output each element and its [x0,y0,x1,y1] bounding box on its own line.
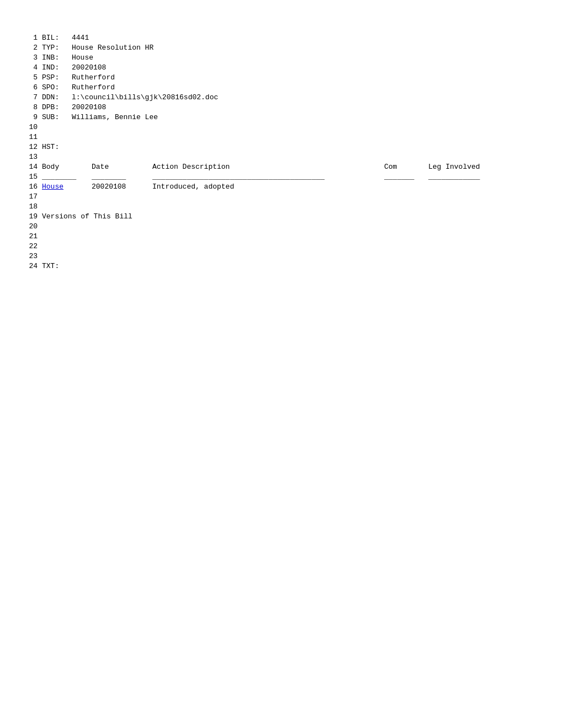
label-typ: TYP: [42,43,70,53]
line-num-22: 22 [22,242,38,251]
line-content-7: DDN: l:\council\bills\gjk\20816sd02.doc [42,93,218,103]
line-num-16: 16 [22,182,38,192]
col-divider-com: _______ [384,172,428,182]
label-ind: IND: [42,63,70,73]
line-20: 20 [22,222,541,232]
line-num-15: 15 [22,172,38,182]
line-content-6: SPO: Rutherford [42,83,115,93]
value-dpb: 20020108 [72,103,106,113]
line-num-8: 8 [22,103,38,113]
line-num-11: 11 [22,132,38,142]
label-bil: BIL: [42,33,70,43]
house-link[interactable]: House [42,183,63,191]
line-1: 1 BIL: 4441 [22,33,541,43]
label-psp: PSP: [42,73,70,83]
line-7: 7 DDN: l:\council\bills\gjk\20816sd02.do… [22,93,541,103]
line-18: 18 [22,202,541,212]
line-2: 2 TYP: House Resolution HR [22,43,541,53]
line-13: 13 [22,152,541,162]
line-23: 23 [22,251,541,261]
line-content-24: TXT: [42,261,72,271]
line-19: 19 Versions of This Bill [22,212,541,222]
line-num-1: 1 [22,33,38,43]
line-num-18: 18 [22,202,38,212]
line-num-20: 20 [22,222,38,232]
line-num-2: 2 [22,43,38,53]
col-header-body: Body [42,162,92,172]
col-divider-date: ________ [92,172,152,182]
line-6: 6 SPO: Rutherford [22,83,541,93]
value-ddn: l:\council\bills\gjk\20816sd02.doc [72,93,218,103]
line-num-24: 24 [22,261,38,271]
line-content-8: DPB: 20020108 [42,103,106,113]
col-header-date: Date [92,162,152,172]
line-num-9: 9 [22,113,38,122]
line-num-17: 17 [22,192,38,202]
line-content-1: BIL: 4441 [42,33,89,43]
line-num-12: 12 [22,142,38,152]
line-num-5: 5 [22,73,38,83]
line-5: 5 PSP: Rutherford [22,73,541,83]
line-9: 9 SUB: Williams, Bennie Lee [22,113,541,122]
line-num-4: 4 [22,63,38,73]
col-data-leg [428,182,517,192]
line-content-3: INB: House [42,53,93,63]
line-num-6: 6 [22,83,38,93]
line-4: 4 IND: 20020108 [22,63,541,73]
label-hst: HST: [42,142,70,152]
line-num-3: 3 [22,53,38,63]
label-spo: SPO: [42,83,70,93]
col-header-com: Com [384,162,428,172]
value-typ: House Resolution HR [72,43,153,53]
line-21: 21 [22,232,541,242]
col-data-com [384,182,428,192]
line-22: 22 [22,242,541,251]
value-ind: 20020108 [72,63,106,73]
line-content-9: SUB: Williams, Bennie Lee [42,113,158,122]
line-10: 10 [22,122,541,132]
line-8: 8 DPB: 20020108 [22,103,541,113]
hst-header: Body Date Action Description Com Leg Inv… [42,162,517,172]
line-content-4: IND: 20020108 [42,63,106,73]
line-content-19: Versions of This Bill [42,212,132,222]
line-num-23: 23 [22,251,38,261]
col-divider-action: ________________________________________ [152,172,384,182]
line-16: 16 House 20020108 Introduced, adopted [22,182,541,192]
col-data-date: 20020108 [92,182,152,192]
line-num-19: 19 [22,212,38,222]
col-divider-body: ________ [42,172,92,182]
versions-text: Versions of This Bill [42,212,132,222]
line-num-14: 14 [22,162,38,172]
value-spo: Rutherford [72,83,115,93]
col-data-body: House [42,182,92,192]
value-sub: Williams, Bennie Lee [72,113,158,122]
line-15: 15 ________ ________ ___________________… [22,172,541,182]
value-bil: 4441 [72,33,89,43]
label-inb: INB: [42,53,70,63]
line-24: 24 TXT: [22,261,541,271]
line-num-7: 7 [22,93,38,103]
line-num-21: 21 [22,232,38,242]
line-12: 12 HST: [22,142,541,152]
line-content-12: HST: [42,142,70,152]
hst-data-row: House 20020108 Introduced, adopted [42,182,517,192]
col-divider-leg: ____________ [428,172,517,182]
line-14: 14 Body Date Action Description Com Leg … [22,162,541,172]
col-data-action: Introduced, adopted [152,182,384,192]
value-psp: Rutherford [72,73,115,83]
line-num-13: 13 [22,152,38,162]
label-ddn: DDN: [42,93,70,103]
value-inb: House [72,53,93,63]
line-num-10: 10 [22,122,38,132]
label-txt: TXT: [42,261,70,271]
label-sub: SUB: [42,113,70,122]
label-dpb: DPB: [42,103,70,113]
line-17: 17 [22,192,541,202]
hst-divider: ________ ________ ______________________… [42,172,517,182]
line-11: 11 [22,132,541,142]
line-3: 3 INB: House [22,53,541,63]
line-content-2: TYP: House Resolution HR [42,43,153,53]
document-content: 1 BIL: 4441 2 TYP: House Resolution HR 3… [22,33,541,271]
col-header-leg: Leg Involved [428,162,517,172]
line-content-5: PSP: Rutherford [42,73,115,83]
